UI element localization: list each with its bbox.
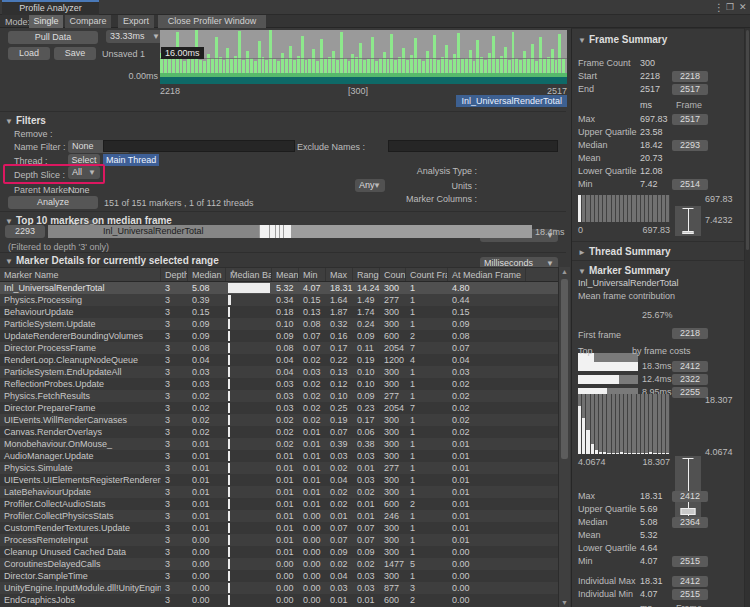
marker-row[interactable]: UIEvents.UIElementsRegisterRenderers30.0…: [0, 474, 558, 486]
frame-link-button[interactable]: 2293: [672, 140, 708, 151]
histogram-slot: [662, 394, 665, 454]
scroll-down-icon[interactable]: ▼: [559, 599, 570, 606]
marker-row[interactable]: UnityEngine.InputModule.dll!UnityEngineI…: [0, 582, 558, 594]
first-frame-button[interactable]: 2218: [672, 328, 708, 339]
name-filter-input[interactable]: [103, 140, 295, 152]
marker-row[interactable]: EndGraphicsJobs30.000.000.000.010.016002…: [0, 594, 558, 606]
export-button[interactable]: Export: [118, 15, 154, 28]
marker-row[interactable]: ParticleSystem.EndUpdateAll30.030.040.03…: [0, 366, 558, 378]
marker-row[interactable]: AudioManager.Update30.010.010.010.030.03…: [0, 450, 558, 462]
marker-row[interactable]: Inl_UniversalRenderTotal35.085.324.0718.…: [0, 282, 558, 294]
column-header-count-frame[interactable]: Count Frame: [406, 268, 448, 281]
cell: 3: [161, 510, 188, 522]
right-panel-scrollbar[interactable]: [744, 28, 750, 607]
thread-summary-header[interactable]: ►Thread Summary: [578, 246, 671, 257]
marker-row[interactable]: UpdateRendererBoundingVolumes30.090.090.…: [0, 330, 558, 342]
frame-link-button[interactable]: 2515: [672, 589, 708, 600]
frame-bar: [340, 32, 343, 77]
close-icon[interactable]: ✕: [739, 2, 747, 12]
marker-row[interactable]: Monobehaviour.OnMouse_30.010.020.010.390…: [0, 438, 558, 450]
marker-row[interactable]: Profiler.CollectAudioStats30.010.010.010…: [0, 498, 558, 510]
frame-bar: [371, 37, 374, 77]
cell: 0.03: [353, 570, 380, 582]
column-header-max[interactable]: Max: [326, 268, 353, 281]
frame-link-button[interactable]: 2515: [672, 556, 708, 567]
cell: 1477: [380, 558, 406, 570]
stat-value: 18.31: [640, 490, 663, 503]
column-header-mean[interactable]: Mean: [272, 268, 299, 281]
column-header-count[interactable]: Count: [380, 268, 406, 281]
marker-row[interactable]: ProcessRemoteInput30.000.010.000.070.073…: [0, 534, 558, 546]
mode-button-single[interactable]: Single: [29, 15, 63, 28]
frame-time-chart[interactable]: 16.00ms: [160, 30, 567, 84]
column-header-median[interactable]: Median: [188, 268, 226, 281]
cell: 0.02: [299, 402, 326, 414]
scrollbar-thumb[interactable]: [746, 30, 749, 250]
marker-row[interactable]: ReflectionProbes.Update30.030.030.020.12…: [0, 378, 558, 390]
save-button[interactable]: Save: [54, 47, 96, 60]
marker-row[interactable]: Cleanup Unused Cached Data30.000.010.000…: [0, 546, 558, 558]
cell: 0.00: [272, 594, 299, 606]
selected-marker-badge[interactable]: Inl_UniversalRenderTotal: [456, 95, 567, 107]
mode-button-compare[interactable]: Compare: [65, 15, 111, 28]
frame-link-button[interactable]: 2255: [672, 387, 708, 398]
marker-row[interactable]: CoroutinesDelayedCalls30.000.000.000.020…: [0, 558, 558, 570]
column-header-range[interactable]: Range: [353, 268, 380, 281]
cell: 0.01: [272, 522, 299, 534]
pull-data-button[interactable]: Pull Data: [8, 31, 98, 44]
frame-summary-header[interactable]: ▼Frame Summary: [578, 34, 667, 45]
kebab-menu-icon[interactable]: ⋮: [714, 2, 724, 13]
median-bar: [228, 451, 230, 461]
marker-row[interactable]: Physics.FetchResults30.020.030.020.100.0…: [0, 390, 558, 402]
close-profiler-window-button[interactable]: Close Profiler Window: [158, 15, 266, 28]
marker-details-section-header[interactable]: ▼Marker Details for currently selected r…: [5, 255, 219, 266]
cell: UpdateRendererBoundingVolumes: [0, 330, 161, 342]
column-header-depth[interactable]: Depth: [161, 268, 188, 281]
cell: 0.13: [299, 306, 326, 318]
marker-row[interactable]: Profiler.CollectPhysicsStats30.010.010.0…: [0, 510, 558, 522]
marker-row[interactable]: Canvas.RenderOverlays30.020.020.010.070.…: [0, 426, 558, 438]
marker-row[interactable]: Director.SampleTime30.000.000.000.040.03…: [0, 570, 558, 582]
tab-profile-analyzer[interactable]: Profile Analyzer: [2, 0, 99, 15]
marker-row[interactable]: Director.PrepareFrame30.020.030.020.250.…: [0, 402, 558, 414]
column-header-min[interactable]: Min: [299, 268, 326, 281]
marker-table-header[interactable]: Marker NameDepthMedianMedian Bar▲MeanMin…: [0, 267, 558, 282]
marker-row[interactable]: RenderLoop.CleanupNodeQueue30.040.040.02…: [0, 354, 558, 366]
top10-frame-button[interactable]: 2293: [5, 225, 45, 238]
marker-row[interactable]: Physics.Simulate30.010.010.010.020.01277…: [0, 462, 558, 474]
frame-link-button[interactable]: 2517: [672, 84, 708, 95]
histogram-slot: [616, 394, 619, 454]
cell: 4: [406, 354, 448, 366]
marker-row[interactable]: Physics.Processing30.390.340.151.641.492…: [0, 294, 558, 306]
frame-link-button[interactable]: 2322: [672, 374, 708, 385]
marker-summary-header[interactable]: ▼Marker Summary: [578, 265, 670, 276]
frame-link-button[interactable]: 2517: [672, 114, 708, 125]
marker-row[interactable]: LateBehaviourUpdate30.010.010.010.020.02…: [0, 486, 558, 498]
marker-row[interactable]: CustomRenderTextures.Update30.010.010.00…: [0, 522, 558, 534]
frame-link-button[interactable]: 2412: [672, 361, 708, 372]
filters-section-header[interactable]: ▼Filters: [5, 115, 46, 126]
cell: ProcessRemoteInput: [0, 534, 161, 546]
frame-scale-dropdown[interactable]: 33.33ms▼: [106, 30, 164, 43]
scrollbar-thumb[interactable]: [561, 279, 568, 459]
marker-table-scrollbar[interactable]: ▲ ▼: [558, 267, 570, 607]
marker-row[interactable]: UIEvents.WillRenderCanvases30.020.020.02…: [0, 414, 558, 426]
cell: 300: [380, 486, 406, 498]
frame-link-button[interactable]: 2364: [672, 517, 708, 528]
marker-row[interactable]: ParticleSystem.Update30.090.100.080.320.…: [0, 318, 558, 330]
exclude-names-input[interactable]: [388, 140, 558, 152]
frame-link-button[interactable]: 2412: [672, 576, 708, 587]
column-header-at-median-frame[interactable]: At Median Frame: [448, 268, 526, 281]
frame-link-button[interactable]: 2514: [672, 179, 708, 190]
column-header-marker-name[interactable]: Marker Name: [0, 268, 161, 281]
top10-bar[interactable]: Inl_UniversalRenderTotal: [48, 225, 532, 238]
frame-link-button[interactable]: 2218: [672, 71, 708, 82]
frame-link-button[interactable]: 2412: [672, 491, 708, 502]
scroll-up-icon[interactable]: ▲: [559, 268, 570, 275]
load-button[interactable]: Load: [8, 47, 50, 60]
marker-row[interactable]: Director.ProcessFrame30.080.080.070.170.…: [0, 342, 558, 354]
maximize-icon[interactable]: ❐: [726, 2, 734, 12]
marker-row[interactable]: BehaviourUpdate30.150.180.131.871.743001…: [0, 306, 558, 318]
analyze-button[interactable]: Analyze: [8, 196, 98, 209]
column-header-median-bar[interactable]: Median Bar▲: [226, 268, 272, 281]
